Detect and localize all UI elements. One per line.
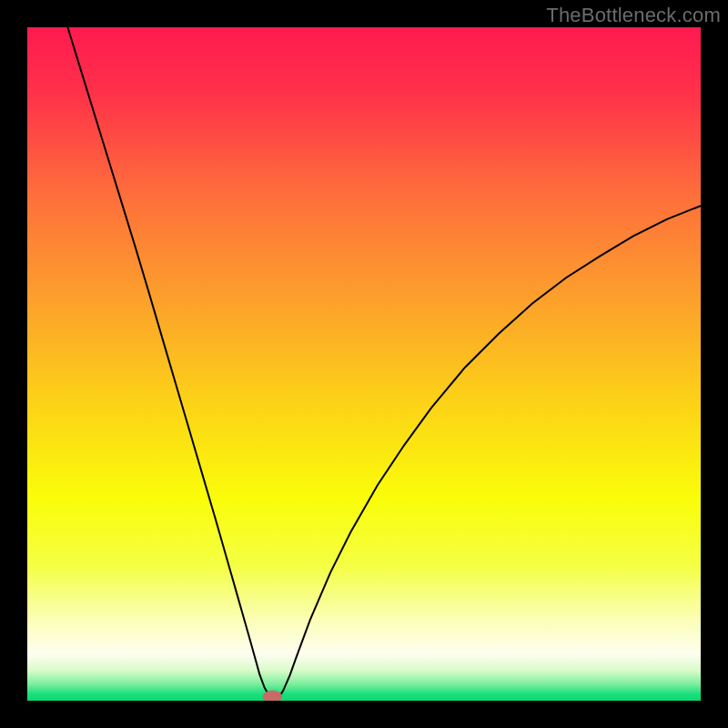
plot-background xyxy=(27,27,701,701)
optimal-point-marker xyxy=(263,691,282,701)
bottleneck-chart xyxy=(27,27,701,701)
chart-stage: TheBottleneck.com xyxy=(0,0,728,728)
watermark-text: TheBottleneck.com xyxy=(546,4,721,27)
